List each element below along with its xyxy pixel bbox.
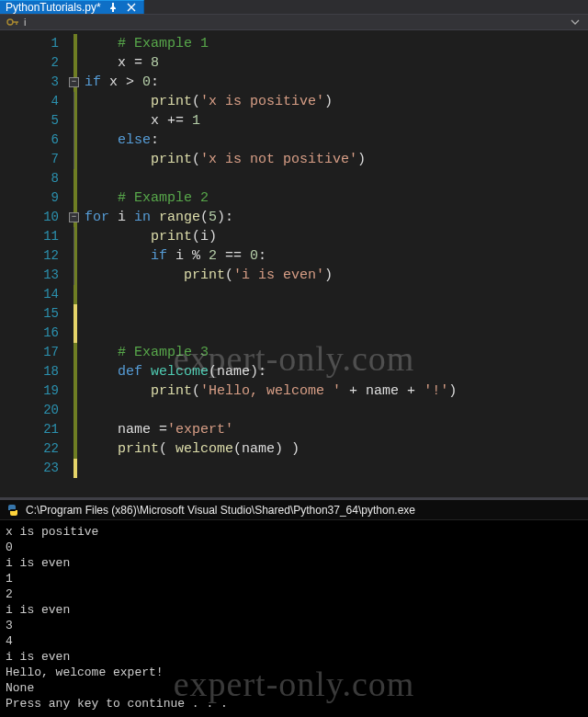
line-number: 16 <box>0 324 72 343</box>
line-number: 15 <box>0 304 72 324</box>
code-line[interactable]: # Example 2 <box>81 188 588 208</box>
console-titlebar: C:\Program Files (x86)\Microsoft Visual … <box>0 500 588 520</box>
line-number: 11 <box>0 227 72 246</box>
console-output[interactable]: x is positive 0 i is even 1 2 i is even … <box>0 520 588 717</box>
line-number: 2 <box>0 53 72 73</box>
close-icon[interactable] <box>125 1 138 14</box>
scope-indicator[interactable]: i <box>24 17 26 28</box>
fold-toggle-icon[interactable]: − <box>69 212 79 222</box>
fold-guide <box>74 92 74 169</box>
code-line[interactable]: def welcome(name): <box>81 362 588 381</box>
code-line[interactable]: print('x is positive') <box>81 92 588 111</box>
file-tab-label: PythonTutorials.py* <box>6 1 101 14</box>
line-number: 9 <box>0 188 72 208</box>
fold-toggle-icon[interactable]: − <box>69 77 79 87</box>
code-line[interactable] <box>81 459 588 478</box>
code-editor[interactable]: 1234567891011121314151617181920212223 # … <box>0 30 588 497</box>
line-number: 8 <box>0 169 72 188</box>
code-line[interactable]: # Example 3 <box>81 343 588 362</box>
code-line[interactable] <box>81 285 588 304</box>
line-number: 18 <box>0 362 72 381</box>
key-icon <box>6 15 20 29</box>
code-line[interactable]: print('Hello, welcome ' + name + '!') <box>81 381 588 401</box>
code-line[interactable]: x = 8 <box>81 53 588 73</box>
line-number: 20 <box>0 401 72 420</box>
line-number-gutter: 1234567891011121314151617181920212223 <box>0 30 72 497</box>
output-console: C:\Program Files (x86)\Microsoft Visual … <box>0 500 588 717</box>
pin-icon[interactable] <box>107 1 119 14</box>
line-number: 19 <box>0 381 72 401</box>
navigation-bar: i <box>0 15 588 30</box>
line-number: 21 <box>0 420 72 439</box>
code-line[interactable]: # Example 1 <box>81 34 588 53</box>
code-line[interactable] <box>81 169 588 188</box>
line-number: 4 <box>0 92 72 111</box>
change-marker-unsaved <box>74 459 77 478</box>
line-number: 14 <box>0 285 72 304</box>
svg-point-0 <box>7 19 13 25</box>
code-line[interactable]: else: <box>81 131 588 150</box>
line-number: 23 <box>0 459 72 478</box>
line-number: 22 <box>0 439 72 459</box>
chevron-down-icon[interactable] <box>568 15 582 29</box>
code-line[interactable]: name ='expert' <box>81 420 588 439</box>
fold-guide <box>74 227 74 285</box>
code-line[interactable] <box>81 324 588 343</box>
line-number: 6 <box>0 131 72 150</box>
code-line[interactable] <box>81 304 588 324</box>
line-number: 7 <box>0 150 72 169</box>
code-line[interactable]: print( welcome(name) ) <box>81 439 588 459</box>
line-number: 12 <box>0 246 72 266</box>
line-number: 1 <box>0 34 72 53</box>
python-icon <box>6 503 20 518</box>
console-title: C:\Program Files (x86)\Microsoft Visual … <box>26 504 415 517</box>
ide-window: PythonTutorials.py* i 123456789101112131… <box>0 0 588 717</box>
code-line[interactable]: if i % 2 == 0: <box>81 246 588 266</box>
change-marker-saved <box>74 343 77 459</box>
code-line[interactable]: for i in range(5):− <box>81 208 588 227</box>
line-number: 3 <box>0 73 72 92</box>
line-number: 5 <box>0 111 72 131</box>
line-number: 10 <box>0 208 72 227</box>
line-number: 13 <box>0 266 72 285</box>
tab-strip: PythonTutorials.py* <box>0 0 588 15</box>
code-line[interactable]: if x > 0:− <box>81 73 588 92</box>
change-marker-unsaved <box>74 324 77 343</box>
code-line[interactable]: print('x is not positive') <box>81 150 588 169</box>
code-line[interactable] <box>81 401 588 420</box>
code-content[interactable]: # Example 1 x = 8if x > 0:− print('x is … <box>81 30 588 497</box>
code-line[interactable]: x += 1 <box>81 111 588 131</box>
change-marker-unsaved <box>74 304 77 324</box>
file-tab-active[interactable]: PythonTutorials.py* <box>0 0 144 14</box>
code-line[interactable]: print('i is even') <box>81 266 588 285</box>
code-line[interactable]: print(i) <box>81 227 588 246</box>
line-number: 17 <box>0 343 72 362</box>
